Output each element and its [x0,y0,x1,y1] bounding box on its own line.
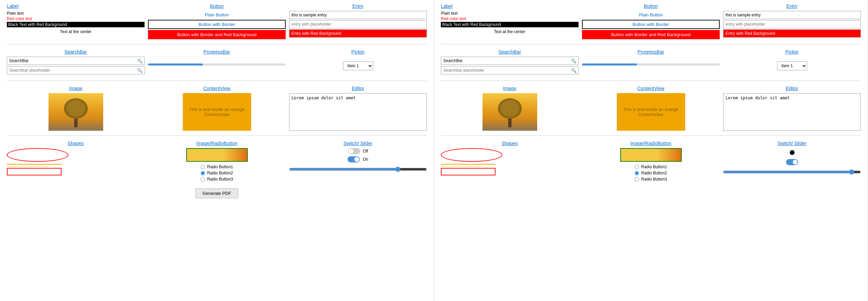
editor-section-left: Editor Lorem ipsum dolor sit amet [289,86,427,131]
entry-sample-left[interactable] [289,11,427,19]
shapes-title-left: Shapes [68,141,84,146]
entry-placeholder-left[interactable] [289,20,427,28]
plain-button-right[interactable]: Plain Button [582,11,720,19]
shape-ellipse-right [441,148,502,162]
entry-section-left: Entry Entry with Red Background [289,3,427,39]
radio-input2-left[interactable] [201,171,205,175]
editor-textarea-left[interactable]: Lorem ipsum dolor sit amet [289,93,427,131]
progress-wrap-right [582,63,720,66]
label-red-right: Red color text [441,16,466,21]
generate-pdf-left[interactable]: Generate PDF [195,188,239,198]
shapes-section-right: Shapes [441,141,579,182]
searchbar-wrap1-right: 🔍 [441,57,579,65]
searchbar-title-right: SearchBar [498,49,521,55]
radiobutton-section-right: Image/RadioButton Radio Button1 Radio Bu… [582,141,720,182]
searchbar-input1-left[interactable] [7,57,145,65]
label-title-right: Label [441,3,452,9]
radio-image-right [621,149,681,161]
switch-on-right[interactable] [786,159,798,165]
contentview-box-left: This is text inside an orange ContentVie… [183,93,251,131]
entry-red-left: Entry with Red Background [289,29,427,38]
shape-line-yellow-left [7,164,62,165]
shape-rect-left [7,168,62,175]
radiobutton-section-left: Image/RadioButton Radio Button1 Radio Bu… [148,141,286,182]
image-placeholder-right [483,93,537,131]
radio-input1-left[interactable] [201,165,205,169]
switch-off-left[interactable] [348,148,360,154]
entry-title-right: Entry [723,3,861,9]
radio-label3-right: Radio Button3 [641,177,667,182]
shapes-row-right: Shapes Image/RadioButton Radio Button1 [441,141,861,182]
image-title-right: Image [503,86,516,91]
radio-input3-left[interactable] [201,177,205,182]
divider-3-right [441,135,861,136]
progressbar-title-right: ProgressBar [638,49,664,55]
label-section-right: Label Plain text Red color text Black Te… [441,3,579,39]
plain-button-left[interactable]: Plain Button [148,11,286,19]
divider-1-right [441,44,861,44]
red-button-left[interactable]: Button with Border and Red Background [148,30,286,39]
divider-1-left [7,44,427,44]
radio-item3-right[interactable]: Radio Button3 [635,177,667,182]
progress-fill-left [148,63,203,66]
radio-input3-right[interactable] [635,177,639,182]
radio-label2-right: Radio Button2 [641,171,667,175]
radio-item1-left[interactable]: Radio Button1 [201,164,233,169]
left-panel: Label Plain text Red color text Black Te… [0,0,434,301]
radio-label3-left: Radio Button3 [207,177,233,182]
border-button-right[interactable]: Button with Border [582,20,720,29]
progressbar-section-right: ProgressBar [582,49,720,76]
image-title-left: Image [69,86,82,91]
searchbar-input1-right[interactable] [441,57,579,65]
searchbar-wrap2-right: 🔍 [441,66,579,74]
radio-item1-right[interactable]: Radio Button1 [635,164,667,169]
switch-section-right: Switch/ Slider [723,141,861,182]
searchbar-section-right: SearchBar 🔍 🔍 [441,49,579,76]
red-button-right[interactable]: Button with Border and Red Background [582,30,720,39]
searchbar-input2-right[interactable] [441,66,579,74]
entry-placeholder-right[interactable] [723,20,861,28]
image-section-left: Image [7,86,145,131]
searchbar-input2-left[interactable] [7,66,145,74]
radio-input1-right[interactable] [635,165,639,169]
picker-section-left: Picker Item 1 [289,49,427,76]
divider-3-left [7,135,427,136]
switch-on-label-left: On [363,157,368,162]
radio-group-right: Radio Button1 Radio Button2 Radio Button… [635,164,667,182]
label-blackbg-left: Black Text with Red Background [7,22,145,27]
right-panel: Label Plain text Red color text Black Te… [434,0,868,301]
contentview-title-right: ContentView [637,86,664,91]
progressbar-section-left: ProgressBar [148,49,286,76]
radiobutton-title-left: Image/RadioButton [196,141,238,146]
switch-on-slider-right [786,159,798,165]
progress-fill-right [582,63,637,66]
entry-section-right: Entry Entry with Red Background [723,3,861,39]
radio-label1-left: Radio Button1 [207,164,233,169]
slider-range-right[interactable] [723,169,861,175]
shapes-row-left: Shapes Image/RadioButton Radio Button1 [7,141,427,182]
entry-sample-right[interactable] [723,11,861,19]
switch-title-left: Switch/ Slider [343,141,372,146]
editor-title-left: Editor [352,86,364,91]
editor-section-right: Editor Lorem ipsum dolor sit amet [723,86,861,131]
radio-item2-right[interactable]: Radio Button2 [635,171,667,175]
picker-section-right: Picker Item 1 [723,49,861,76]
shapes-section-left: Shapes [7,141,145,182]
image-placeholder-left [49,93,103,131]
searchbar-wrap1-left: 🔍 [7,57,145,65]
slider-range-left[interactable] [289,167,427,172]
radio-item2-left[interactable]: Radio Button2 [201,171,233,175]
editor-textarea-right[interactable]: Lorem ipsum dolor sit amet [723,93,861,131]
contentview-section-left: ContentView This is text inside an orang… [148,86,286,131]
label-section-left: Label Plain text Red color text Black Te… [7,3,145,39]
radio-item3-left[interactable]: Radio Button3 [201,177,233,182]
switch-on-row-right [786,159,798,165]
label-blackbg-right: Black Text with Red Background [441,22,579,27]
progress-track-right [582,63,720,66]
border-button-left[interactable]: Button with Border [148,20,286,29]
radio-input2-right[interactable] [635,171,639,175]
picker-select-left[interactable]: Item 1 [343,61,373,70]
switch-dot-right [790,150,795,155]
switch-on-left[interactable] [348,156,360,162]
picker-select-right[interactable]: Item 1 [777,61,807,70]
